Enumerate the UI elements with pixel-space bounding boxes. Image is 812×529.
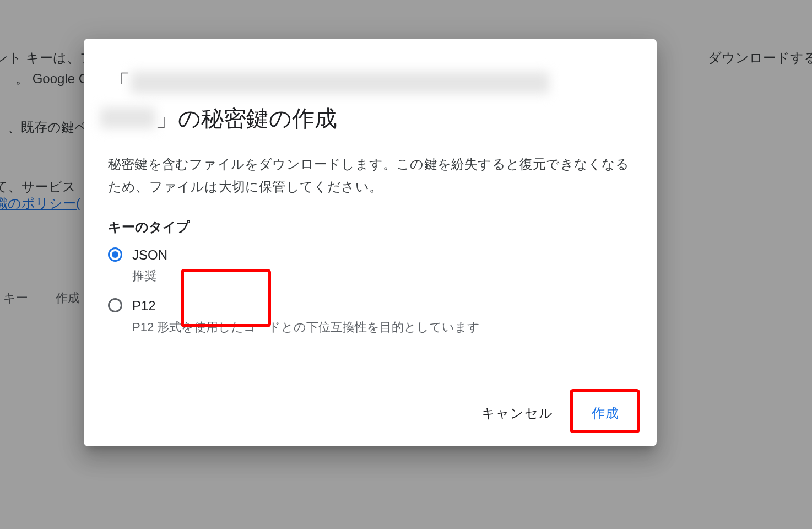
radio-subtitle-json: 推奨 (132, 266, 167, 285)
create-button[interactable]: 作成 (581, 398, 630, 429)
radio-icon (108, 247, 122, 262)
radio-option-p12[interactable]: P12 P12 形式を使用したコードとの下位互換性を目的としています (108, 296, 632, 337)
create-private-key-dialog: 「」の秘密鍵の作成 秘密鍵を含むファイルをダウンロードします。この鍵を紛失すると… (84, 39, 657, 446)
radio-label-p12: P12 (132, 296, 480, 315)
redacted-service-account (100, 107, 155, 128)
title-prefix: 「 (108, 71, 131, 96)
title-suffix: 」の秘密鍵の作成 (155, 106, 337, 131)
radio-option-json[interactable]: JSON 推奨 (108, 246, 632, 286)
radio-icon (108, 298, 122, 312)
key-type-radio-group: JSON 推奨 P12 P12 形式を使用したコードとの下位互換性を目的としてい… (108, 246, 632, 348)
dialog-title: 「」の秘密鍵の作成 (108, 66, 632, 136)
radio-label-json: JSON (132, 246, 167, 264)
dialog-actions: キャンセル 作成 (108, 398, 632, 429)
radio-subtitle-p12: P12 形式を使用したコードとの下位互換性を目的としています (132, 317, 480, 337)
dialog-description: 秘密鍵を含むファイルをダウンロードします。この鍵を紛失すると復元できなくなるため… (108, 153, 632, 198)
radio-content: P12 P12 形式を使用したコードとの下位互換性を目的としています (132, 296, 480, 337)
key-type-label: キーのタイプ (108, 218, 632, 236)
cancel-button[interactable]: キャンセル (470, 398, 564, 429)
redacted-service-account (131, 72, 549, 94)
radio-content: JSON 推奨 (132, 246, 167, 286)
